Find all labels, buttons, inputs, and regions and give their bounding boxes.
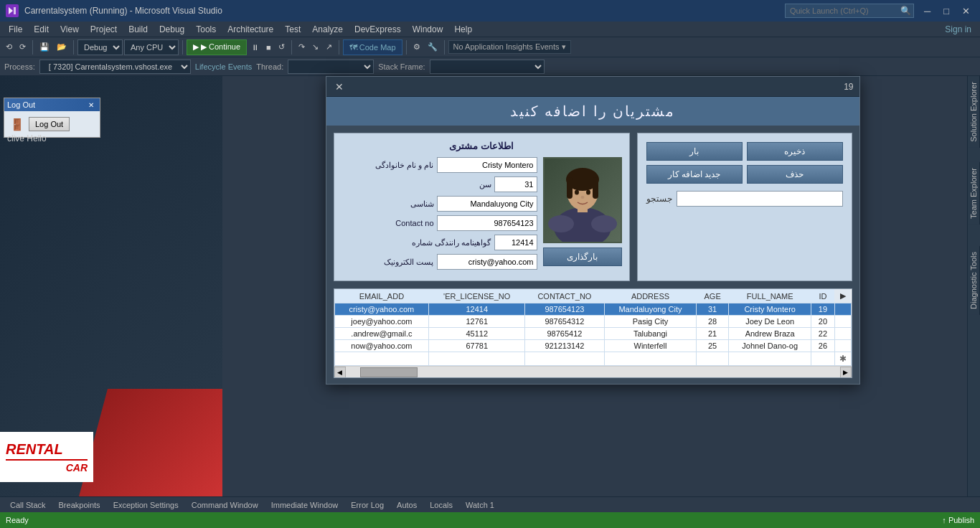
- tab-command-window[interactable]: Command Window: [186, 498, 264, 512]
- name-input[interactable]: [437, 157, 537, 173]
- table-hscroll[interactable]: ◀ ▶: [334, 366, 852, 377]
- diagnostic-tools-tab[interactable]: Diagnostic Tools: [968, 246, 980, 315]
- cpu-dropdown[interactable]: Any CPU: [124, 39, 179, 55]
- scroll-left-arrow[interactable]: ◀: [334, 367, 346, 378]
- email-input[interactable]: [437, 254, 537, 270]
- toolbar-redo[interactable]: ⟳: [17, 39, 29, 56]
- tab-call-stack[interactable]: Call Stack: [4, 498, 52, 512]
- red-car-background: [79, 389, 222, 496]
- menu-build[interactable]: Build: [123, 22, 154, 37]
- cell-scroll-row: [834, 340, 851, 352]
- toolbar-open[interactable]: 📂: [54, 39, 70, 56]
- sign-in-link[interactable]: Sign in: [939, 22, 977, 37]
- toolbar-step3[interactable]: ↗: [323, 39, 335, 56]
- menu-project[interactable]: Project: [85, 22, 123, 37]
- menu-test[interactable]: Test: [279, 22, 306, 37]
- cell-contact: 98765412: [525, 328, 605, 340]
- license-input[interactable]: [494, 235, 537, 250]
- car-text: CAR: [6, 459, 88, 473]
- table-row[interactable]: now@yahoo.com 67781 921213142 Winterfell…: [334, 340, 851, 352]
- menu-file[interactable]: File: [3, 22, 28, 37]
- form-panel: ذخیره بار حذف جدید اضافه کار جستجو: [637, 133, 852, 281]
- email-label: پست الکترونیک: [377, 258, 434, 267]
- menu-tools[interactable]: Tools: [190, 22, 222, 37]
- toolbar-restart[interactable]: ↺: [275, 39, 288, 56]
- svg-rect-6: [567, 177, 573, 199]
- tab-error-log[interactable]: Error Log: [345, 498, 390, 512]
- tab-watch-1[interactable]: Watch 1: [460, 498, 500, 512]
- solution-explorer-tab[interactable]: Solution Explorer: [968, 76, 980, 148]
- menu-help[interactable]: Help: [448, 22, 478, 37]
- info-panel: اطلاعات مشتری: [334, 133, 630, 281]
- close-button[interactable]: ✕: [958, 4, 974, 18]
- menu-architecture[interactable]: Architecture: [222, 22, 279, 37]
- cell-scroll-row: [834, 316, 851, 328]
- photo-placeholder: [545, 159, 621, 242]
- toolbar-step2[interactable]: ↘: [309, 39, 321, 56]
- dialog-close-button[interactable]: ✕: [332, 81, 347, 93]
- city-input[interactable]: [437, 196, 537, 212]
- customer-info-title: اطلاعات مشتری: [341, 141, 622, 151]
- toolbar-sep-1: [32, 40, 33, 55]
- search-input[interactable]: [677, 191, 843, 207]
- delete-button[interactable]: حذف: [747, 165, 843, 184]
- cell-name: Johnel Dano-og: [729, 340, 811, 352]
- menu-window[interactable]: Window: [407, 22, 449, 37]
- tab-autos[interactable]: Autos: [391, 498, 423, 512]
- quick-launch-input[interactable]: [785, 4, 914, 18]
- toolbar-save[interactable]: 💾: [37, 39, 52, 56]
- search-label: جستجو: [646, 194, 672, 204]
- toolbar-sep-4: [291, 40, 292, 55]
- minimize-button[interactable]: ─: [920, 4, 935, 18]
- toolbar-extra1[interactable]: ⚙: [410, 39, 423, 56]
- stack-frame-dropdown[interactable]: [430, 60, 545, 74]
- debug-mode-dropdown[interactable]: Debug: [77, 39, 123, 55]
- menu-debug[interactable]: Debug: [154, 22, 190, 37]
- tab-breakpoints[interactable]: Breakpoints: [53, 498, 106, 512]
- table-row[interactable]: joey@yahoo.com 12761 987654312 Pasig Cit…: [334, 316, 851, 328]
- toolbar-extra2[interactable]: 🔧: [425, 39, 440, 56]
- new-button[interactable]: جدید اضافه کار: [646, 165, 743, 184]
- process-dropdown[interactable]: [ 7320] Carrentalsystem.vshost.exe: [39, 60, 191, 74]
- logout-button[interactable]: Log Out: [29, 117, 70, 131]
- field-email-row: پست الکترونیک: [341, 254, 537, 270]
- toolbar-step-over[interactable]: ⏸: [248, 39, 262, 56]
- maximize-button[interactable]: □: [939, 4, 953, 18]
- col-age: AGE: [697, 289, 729, 303]
- cell-age: 28: [697, 316, 729, 328]
- cell-add-row[interactable]: ✱: [834, 352, 851, 366]
- save-button[interactable]: ذخیره: [747, 142, 843, 161]
- age-input[interactable]: [494, 176, 537, 192]
- rental-text: RENTAL: [6, 441, 63, 458]
- continue-button[interactable]: ▶ ▶ Continue: [187, 39, 247, 55]
- cell-id: 22: [811, 328, 834, 340]
- logout-close-btn[interactable]: ✕: [85, 101, 97, 109]
- table-container[interactable]: EMAIL_ADD 'ER_LICENSE_NO CONTACT_NO ADDR…: [334, 289, 852, 366]
- toolbar-stop[interactable]: ■: [263, 39, 274, 56]
- upload-button[interactable]: بارگذاری: [543, 248, 622, 266]
- menu-bar: File Edit View Project Build Debug Tools…: [0, 22, 980, 37]
- tab-locals[interactable]: Locals: [424, 498, 458, 512]
- scroll-right-arrow[interactable]: ▶: [840, 367, 852, 378]
- toolbar-step1[interactable]: ↷: [296, 39, 308, 56]
- table-row[interactable]: .andrew@gmail.c 45112 98765412 Talubangi…: [334, 328, 851, 340]
- table-row[interactable]: cristy@yahoo.com 12414 987654123 Mandalu…: [334, 303, 851, 316]
- scroll-track[interactable]: [346, 367, 840, 378]
- scroll-thumb[interactable]: [360, 367, 418, 377]
- menu-devexpress[interactable]: DevExpress: [349, 22, 407, 37]
- code-map-button[interactable]: 🗺 Code Map: [343, 39, 402, 55]
- tab-exception-settings[interactable]: Exception Settings: [108, 498, 184, 512]
- load-button[interactable]: بار: [646, 142, 743, 161]
- publish-button[interactable]: ↑ Publish: [942, 516, 974, 524]
- scroll-right-icon[interactable]: ▶: [840, 291, 846, 300]
- cell-address: Mandaluyong City: [604, 303, 697, 316]
- toolbar-undo[interactable]: ⟲: [3, 39, 15, 56]
- lifecycle-label[interactable]: Lifecycle Events: [195, 62, 252, 71]
- tab-immediate-window[interactable]: Immediate Window: [265, 498, 344, 512]
- menu-edit[interactable]: Edit: [28, 22, 55, 37]
- menu-analyze[interactable]: Analyze: [306, 22, 349, 37]
- team-explorer-tab[interactable]: Team Explorer: [968, 162, 980, 225]
- menu-view[interactable]: View: [55, 22, 85, 37]
- contact-input[interactable]: [437, 215, 537, 231]
- thread-dropdown[interactable]: [288, 60, 374, 74]
